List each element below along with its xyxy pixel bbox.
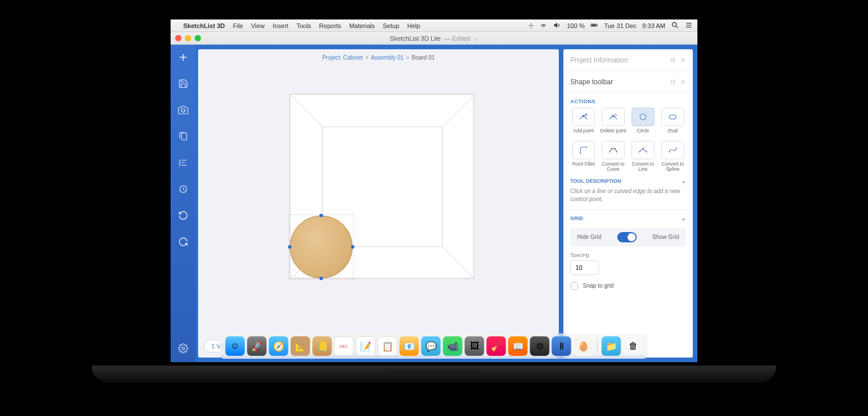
add-tool[interactable] (175, 49, 191, 65)
menubar-date[interactable]: Tue 31 Dec (604, 22, 636, 29)
dock-safari-icon[interactable]: 🧭 (269, 336, 289, 356)
battery-icon[interactable] (590, 21, 598, 30)
dock-cleaner-icon[interactable]: 🧹 (487, 336, 506, 356)
dock-messages-icon[interactable]: 💬 (421, 336, 441, 356)
align-tool[interactable] (175, 155, 191, 171)
breadcrumb-assembly[interactable]: Assembly 01 (371, 54, 404, 61)
dock-folder-icon[interactable]: 📁 (602, 336, 621, 356)
undo-tool[interactable] (175, 207, 191, 223)
resize-handle-w[interactable] (288, 245, 291, 249)
design-canvas[interactable] (198, 65, 559, 335)
action-convert-line[interactable] (632, 141, 654, 159)
dock-calendar-icon[interactable]: DEC (334, 336, 354, 356)
action-delete-point[interactable] (602, 108, 625, 126)
action-oval[interactable] (661, 108, 684, 126)
action-convert-curve[interactable] (602, 141, 625, 159)
svg-point-29 (676, 148, 677, 149)
menu-reports[interactable]: Reports (319, 22, 341, 29)
svg-point-22 (616, 151, 617, 152)
macos-menubar: SketchList 3D File View Insert Tools Rep… (171, 19, 697, 32)
window-zoom-button[interactable] (195, 35, 201, 41)
svg-point-18 (669, 115, 676, 119)
dock-app3-icon[interactable]: Ⅱ (552, 336, 571, 356)
control-center-icon[interactable] (685, 21, 693, 30)
settings-tool[interactable] (175, 340, 191, 356)
action-point-fillet[interactable] (572, 141, 595, 159)
action-convert-spline[interactable] (661, 141, 684, 159)
save-tool[interactable] (175, 76, 191, 92)
menu-tools[interactable]: Tools (297, 22, 311, 29)
dock-app2-icon[interactable]: 📧 (400, 336, 419, 356)
show-grid-label: Show Grid (652, 234, 679, 240)
menu-insert[interactable]: Insert (273, 22, 289, 29)
measure-tool[interactable] (175, 181, 191, 197)
popout-icon[interactable]: ⧉ (670, 78, 676, 86)
tool-description-header[interactable]: TOOL DESCRIPTION⌄ (563, 172, 693, 186)
close-icon[interactable]: ✕ (680, 78, 686, 86)
dock-launchpad-icon[interactable]: 🚀 (247, 336, 267, 356)
airdrop-icon[interactable]: ⊹ (528, 22, 534, 29)
volume-icon[interactable] (553, 21, 561, 30)
popout-icon[interactable]: ⧉ (670, 56, 676, 64)
resize-handle-n[interactable] (319, 214, 323, 217)
spacing-input[interactable] (570, 260, 599, 275)
wifi-icon[interactable] (539, 21, 547, 30)
tool-description-text: Click on a line or curved edge to add a … (563, 186, 693, 210)
svg-line-12 (443, 95, 475, 127)
window-title-chevron-icon[interactable]: ⌄ (474, 36, 478, 41)
camera-tool[interactable] (175, 102, 191, 118)
svg-point-3 (672, 22, 676, 26)
menu-view[interactable]: View (251, 22, 265, 29)
dock-reminders-icon[interactable]: 📋 (378, 336, 397, 356)
menu-setup[interactable]: Setup (383, 22, 400, 29)
dock-facetime-icon[interactable]: 📹 (443, 336, 463, 356)
snap-to-grid-checkbox[interactable] (570, 282, 578, 290)
menubar-time[interactable]: 9:33 AM (642, 22, 665, 29)
svg-point-25 (639, 151, 640, 152)
copy-tool[interactable] (175, 128, 191, 144)
spotlight-icon[interactable] (671, 21, 679, 30)
right-panel: Project Information ⧉✕ Shape toolbar ⧉✕ … (563, 49, 693, 358)
main-canvas-area: Project: Cabinet > Assembly 01 > Board 0… (198, 49, 559, 358)
resize-handle-s[interactable] (319, 277, 323, 280)
circle-shape[interactable] (290, 215, 353, 278)
grid-toggle[interactable] (617, 232, 637, 242)
svg-point-24 (614, 148, 616, 149)
dock-settings-icon[interactable]: ⚙ (530, 336, 550, 356)
project-info-header[interactable]: Project Information ⧉✕ (563, 49, 693, 71)
dock-app-icon[interactable]: 📐 (291, 336, 310, 356)
breadcrumb-project[interactable]: Project: Cabinet (322, 54, 363, 61)
menu-file[interactable]: File (233, 22, 243, 29)
dock-contacts-icon[interactable]: 📒 (313, 336, 332, 356)
dock-photos-icon[interactable]: 🖼 (465, 336, 484, 356)
close-icon[interactable]: ✕ (680, 56, 686, 64)
window-title: SketchList 3D Lite (390, 35, 441, 42)
window-close-button[interactable] (175, 35, 182, 41)
menu-materials[interactable]: Materials (349, 22, 375, 29)
svg-line-11 (290, 95, 322, 127)
menu-help[interactable]: Help (407, 22, 420, 29)
grid-section-header[interactable]: GRID⌄ (563, 210, 693, 223)
svg-rect-2 (597, 25, 598, 26)
left-toolbar (171, 45, 196, 362)
svg-point-7 (182, 109, 185, 112)
dock-books-icon[interactable]: 📖 (508, 336, 528, 356)
dock-trash-icon[interactable]: 🗑 (624, 336, 643, 356)
redo-tool[interactable] (175, 234, 191, 250)
action-circle[interactable] (632, 108, 654, 126)
action-add-point[interactable] (572, 108, 595, 126)
svg-point-19 (580, 152, 581, 154)
dock-notes-icon[interactable]: 📝 (356, 336, 376, 356)
breadcrumb-board: Board 01 (412, 54, 435, 61)
app-menu[interactable]: SketchList 3D (183, 22, 225, 29)
shape-toolbar-header[interactable]: Shape toolbar ⧉✕ (563, 71, 693, 93)
svg-point-10 (182, 347, 185, 350)
dock-egg-icon[interactable]: 🥚 (574, 336, 593, 356)
window-edited-label: — Edited (444, 35, 470, 42)
svg-rect-1 (591, 24, 597, 26)
svg-point-15 (583, 115, 585, 117)
dock-finder-icon[interactable]: ☺ (226, 336, 245, 356)
window-minimize-button[interactable] (185, 35, 191, 41)
svg-point-27 (646, 151, 647, 152)
resize-handle-e[interactable] (351, 245, 354, 249)
